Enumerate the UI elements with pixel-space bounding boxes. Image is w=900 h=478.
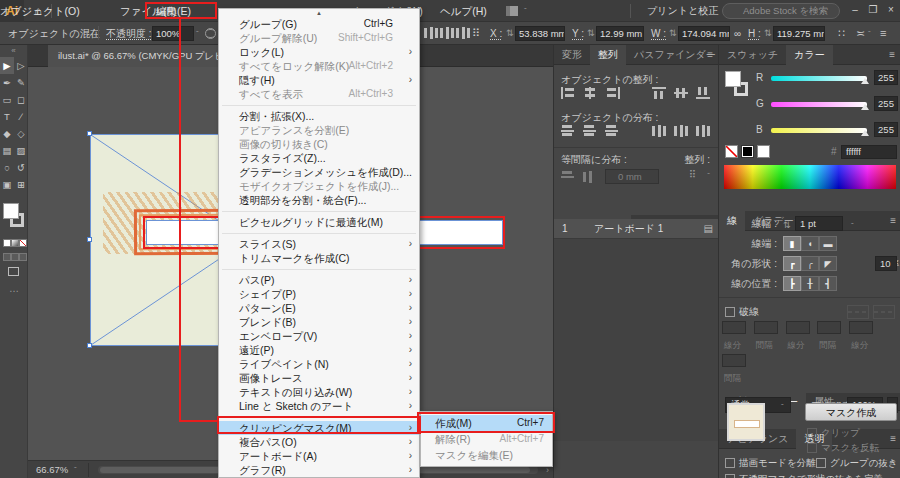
x-field[interactable]: 53.838 mm	[515, 26, 565, 41]
spacing-value-field[interactable]: 0 mm	[605, 169, 659, 184]
tool-icon[interactable]: ▤	[0, 142, 14, 159]
menu-item[interactable]: エンベロープ(V) ›	[219, 329, 419, 343]
align-left-icon[interactable]	[561, 87, 576, 99]
distribute-icon[interactable]	[424, 27, 439, 39]
menu-item[interactable]: アートボード(A) ›	[219, 449, 419, 463]
tool-icon[interactable]: ◇	[14, 125, 28, 142]
slider-thumb[interactable]	[861, 104, 869, 110]
tool-icon[interactable]: ○	[0, 159, 14, 176]
menu-item[interactable]: 複合パス(O) ›	[219, 435, 419, 449]
selection-handle[interactable]	[87, 237, 92, 242]
menu-item[interactable]: シェイプ(P) ›	[219, 287, 419, 301]
menu-item[interactable]: ピクセルグリッドに最適化(M)	[219, 215, 419, 229]
distribute-icon[interactable]	[456, 27, 471, 39]
none-swatch-icon[interactable]	[19, 239, 27, 247]
stroke-width-value[interactable]: 1 pt	[795, 216, 843, 231]
menu-item[interactable]: 遠近(P) ›	[219, 343, 419, 357]
menu-item[interactable]: テキストの回り込み(W) ›	[219, 385, 419, 399]
channel-value[interactable]: 255	[874, 70, 898, 85]
menu-item[interactable]: ブレンド(B) ›	[219, 315, 419, 329]
align-to-selection-icon[interactable]: ⠿	[689, 169, 696, 180]
tool-icon[interactable]: ✎	[14, 74, 28, 91]
align-center-v-icon[interactable]	[674, 87, 689, 99]
g-slider[interactable]	[771, 102, 867, 107]
menu-item[interactable]: ラスタライズ(Z)...	[219, 151, 419, 165]
distribute-top-icon[interactable]	[561, 125, 576, 137]
tool-icon[interactable]: ▨	[14, 142, 28, 159]
w-field[interactable]: 174.094 mm	[678, 26, 730, 41]
slider-thumb[interactable]	[861, 130, 869, 136]
dash-input[interactable]	[849, 321, 873, 334]
stepper-icon[interactable]: ⇅	[764, 22, 772, 45]
shape-props-icon[interactable]: ≍	[856, 22, 865, 45]
align-top-icon[interactable]	[652, 87, 667, 99]
tool-icon[interactable]: ▣	[0, 176, 14, 193]
restore-button[interactable]: ❐	[864, 0, 882, 20]
draw-normal-icon[interactable]	[3, 253, 11, 261]
tool-icon[interactable]: ▷	[14, 57, 28, 74]
menu-item[interactable]: トリムマークを作成(C)	[219, 251, 419, 265]
chevron-down-icon[interactable]: ˇ	[196, 22, 199, 45]
chevron-down-icon[interactable]: ˇ	[781, 399, 784, 415]
chevron-down-icon[interactable]: ˇ	[868, 22, 871, 45]
chevron-down-icon[interactable]: ˇ	[524, 0, 527, 22]
panel-tab[interactable]: スウォッチ	[719, 45, 786, 65]
link-dimensions-icon[interactable]: ∞	[734, 22, 741, 45]
dash-input[interactable]	[722, 354, 746, 367]
menu-item[interactable]: 隠す(H) ›	[219, 73, 419, 87]
hex-value-field[interactable]: ffffff	[841, 145, 897, 159]
white-swatch[interactable]	[757, 145, 770, 158]
opacity-mask-checkbox[interactable]: 不透明マスクで形状の抜きを定義	[725, 473, 883, 478]
distribute-left-icon[interactable]	[652, 125, 667, 137]
opacity-label[interactable]: 不透明度 :	[106, 22, 152, 45]
align-bottom-icon[interactable]	[696, 87, 711, 99]
panel-tab[interactable]: 整列	[590, 45, 626, 65]
dash-input[interactable]	[722, 321, 746, 334]
dash-input[interactable]	[786, 321, 810, 334]
black-swatch[interactable]	[741, 145, 754, 158]
cap-icon[interactable]: ▮	[783, 236, 801, 251]
close-button[interactable]: ×	[882, 0, 900, 20]
join-icon[interactable]: ◤	[819, 256, 837, 271]
menu-item[interactable]: モザイクオブジェクトを作成(J)...	[219, 179, 419, 193]
cap-icon[interactable]: ◖	[801, 236, 819, 251]
stroke-align-icon[interactable]: ╂	[801, 276, 819, 291]
isolate-blending-checkbox[interactable]: 描画モードを分離	[725, 457, 816, 470]
menu-item[interactable]: スライス(S) ›	[219, 237, 419, 251]
workspace-switcher-icon[interactable]	[505, 5, 519, 17]
none-color-swatch[interactable]	[725, 145, 738, 158]
opacity-value[interactable]: 100%	[152, 26, 194, 41]
chevron-down-icon[interactable]: ˇ	[851, 218, 854, 234]
transform-more-icon[interactable]: ∷	[838, 22, 845, 45]
minimize-button[interactable]: –	[846, 0, 864, 20]
dashed-line-checkbox[interactable]: 破線	[725, 304, 759, 320]
panel-menu-icon[interactable]: ≡	[889, 45, 895, 65]
y-field[interactable]: 12.99 mm	[596, 26, 644, 41]
slider-thumb[interactable]	[861, 78, 869, 84]
stepper-icon[interactable]: ⇅	[669, 22, 677, 45]
color-spectrum-bar[interactable]	[724, 165, 896, 189]
menu-item[interactable]: 画像の切り抜き(C)	[219, 137, 419, 151]
panel-tab[interactable]: 変形	[554, 45, 590, 65]
menu-item[interactable]: ロック(L) ›	[219, 45, 419, 59]
menu-item[interactable]: パターン(E) ›	[219, 301, 419, 315]
menubar-menu[interactable]: 編集(E)	[156, 0, 191, 22]
fill-proxy-swatch[interactable]	[725, 71, 741, 87]
make-mask-button[interactable]: マスク作成	[805, 403, 897, 421]
chevron-down-icon[interactable]: ˇ	[74, 461, 77, 478]
gradient-swatch-icon[interactable]	[11, 239, 19, 247]
menu-item[interactable]: すべてをロック解除(K) Alt+Ctrl+2	[219, 59, 419, 73]
color-swatch-icon[interactable]	[3, 239, 11, 247]
selection-handle[interactable]	[87, 131, 92, 136]
chevron-down-icon[interactable]: ˇ	[704, 0, 707, 22]
tool-icon[interactable]: ▭	[0, 91, 14, 108]
submenu-item[interactable]: 作成(M) Ctrl+7	[421, 415, 552, 431]
workspace-preset[interactable]: プリントと校正	[647, 0, 718, 22]
panel-tab[interactable]: カラー	[786, 45, 832, 65]
menu-item[interactable]: グラフ(R) ›	[219, 463, 419, 477]
panel-menu-icon[interactable]: ≡	[890, 429, 896, 449]
zoom-level[interactable]: 66.67%	[36, 461, 68, 478]
dash-input[interactable]	[754, 321, 778, 334]
channel-value[interactable]: 255	[874, 96, 898, 111]
stroke-align-icon[interactable]: ┣	[783, 276, 801, 291]
